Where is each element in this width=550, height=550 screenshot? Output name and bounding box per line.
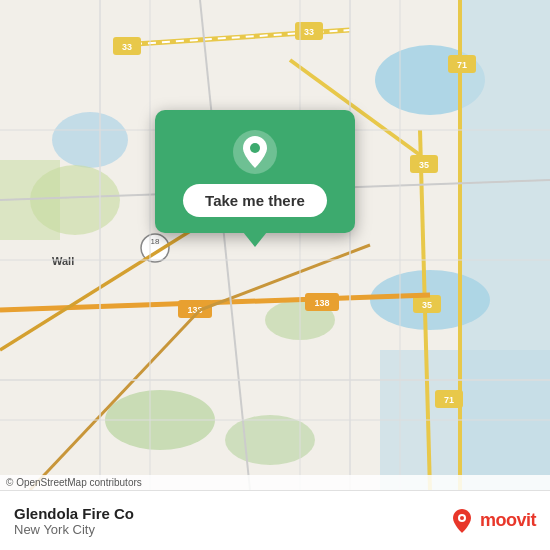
svg-text:33: 33 <box>304 27 314 37</box>
map-container: 33 33 71 35 35 71 138 138 18 <box>0 0 550 490</box>
svg-text:71: 71 <box>444 395 454 405</box>
location-pin-icon <box>233 130 277 174</box>
svg-text:138: 138 <box>314 298 329 308</box>
take-me-there-button[interactable]: Take me there <box>183 184 327 217</box>
location-city: New York City <box>14 522 134 537</box>
svg-text:Wall: Wall <box>52 255 74 267</box>
location-name: Glendola Fire Co <box>14 505 134 522</box>
svg-point-3 <box>52 112 128 168</box>
svg-point-7 <box>225 415 315 465</box>
svg-text:71: 71 <box>457 60 467 70</box>
svg-text:33: 33 <box>122 42 132 52</box>
map-background: 33 33 71 35 35 71 138 138 18 <box>0 0 550 490</box>
svg-text:35: 35 <box>419 160 429 170</box>
popup-card: Take me there <box>155 110 355 233</box>
footer-location-info: Glendola Fire Co New York City <box>14 505 134 537</box>
moovit-icon <box>448 507 476 535</box>
footer: Glendola Fire Co New York City moovit <box>0 490 550 550</box>
moovit-logo: moovit <box>448 507 536 535</box>
map-attribution: © OpenStreetMap contributors <box>0 475 550 490</box>
svg-text:18: 18 <box>151 237 160 246</box>
moovit-brand-label: moovit <box>480 510 536 531</box>
svg-point-53 <box>460 516 464 520</box>
svg-text:35: 35 <box>422 300 432 310</box>
svg-point-51 <box>250 143 260 153</box>
